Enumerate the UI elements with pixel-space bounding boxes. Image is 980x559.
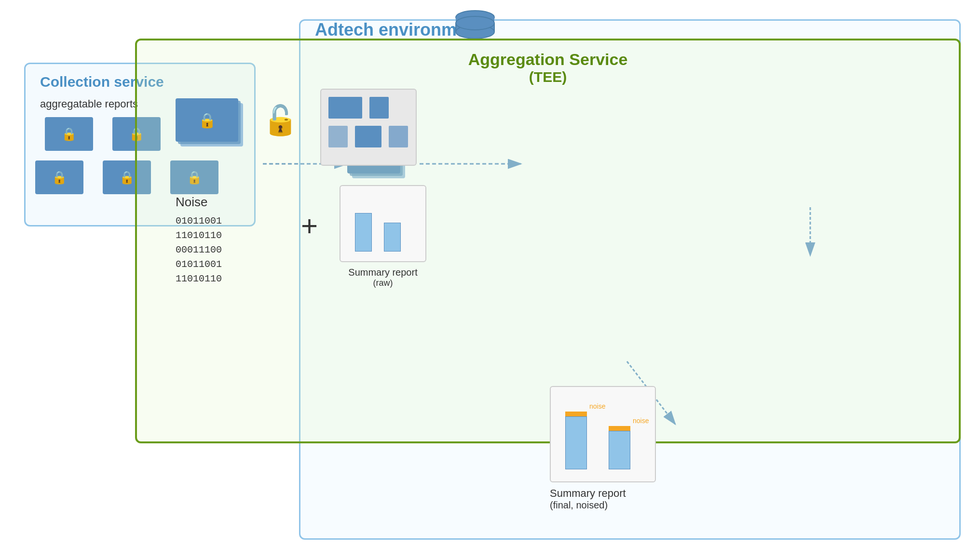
summary-report-final-label: Summary report (final, noised) xyxy=(550,487,656,511)
summary-report-raw-container: Summary report (raw) xyxy=(340,185,426,288)
summary-report-final-doc: noise noise xyxy=(550,386,656,482)
report-card-3: 🔒 xyxy=(35,160,83,194)
summary-report-final-container: noise noise Summary report (final, noise… xyxy=(550,386,656,511)
report-card-1: 🔒 xyxy=(45,117,93,151)
noise-label-1: noise xyxy=(589,402,605,410)
aggregation-service-box: Aggregation Service (TEE) 🔒 🔓 Noise xyxy=(135,39,961,443)
noise-label-2: noise xyxy=(633,417,649,425)
plus-sign: + xyxy=(301,209,318,242)
diagram-container: Adtech environment Collection service ag… xyxy=(0,0,980,559)
aggregatable-reports-text: aggregatable reports xyxy=(40,98,138,110)
grid-document xyxy=(320,89,417,166)
svg-point-11 xyxy=(456,16,494,30)
aggregation-service-label: Aggregation Service (TEE) xyxy=(137,50,959,85)
noise-label: Noise xyxy=(176,195,207,210)
summary-report-raw-doc xyxy=(340,185,426,262)
noise-binary-text: 01011001 11010110 00011100 01011001 1101… xyxy=(176,214,222,286)
summary-report-raw-label: Summary report (raw) xyxy=(340,267,426,288)
unlocked-padlock-icon: 🔓 xyxy=(262,103,299,137)
